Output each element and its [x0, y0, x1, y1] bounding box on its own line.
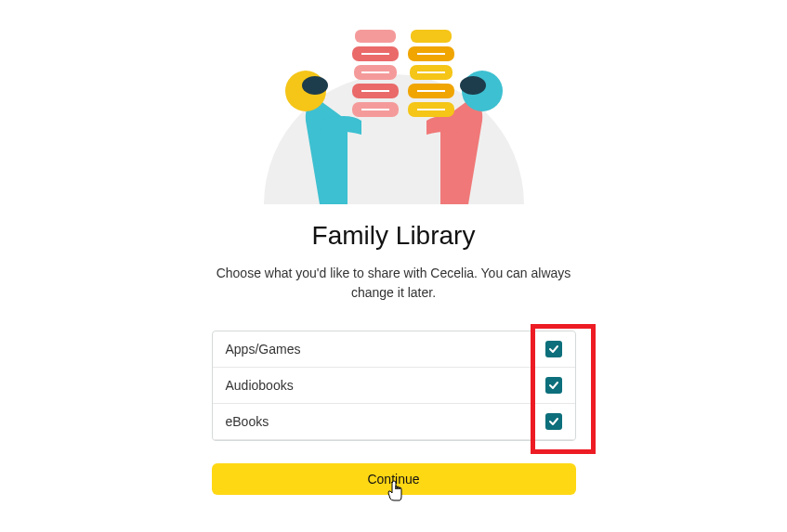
check-icon	[548, 416, 559, 427]
svg-rect-6	[355, 30, 396, 43]
svg-point-1	[302, 76, 328, 95]
option-audiobooks: Audiobooks	[213, 368, 575, 404]
check-icon	[548, 344, 559, 355]
share-options-list: Apps/Games Audiobooks eBooks	[212, 331, 576, 441]
continue-button[interactable]: Continue	[212, 463, 576, 495]
option-apps-games: Apps/Games	[213, 331, 575, 368]
hero-illustration	[208, 9, 580, 204]
continue-button-label: Continue	[367, 472, 419, 487]
checkbox-apps-games[interactable]	[545, 341, 562, 357]
page-subtitle: Choose what you'd like to share with Cec…	[199, 264, 589, 303]
option-label: eBooks	[226, 414, 269, 429]
option-label: Audiobooks	[226, 378, 294, 393]
svg-point-12	[460, 76, 486, 95]
page-title: Family Library	[312, 221, 476, 251]
option-label: Apps/Games	[226, 342, 301, 357]
check-icon	[548, 380, 559, 391]
svg-rect-17	[411, 30, 452, 43]
option-ebooks: eBooks	[213, 404, 575, 440]
checkbox-audiobooks[interactable]	[545, 377, 562, 394]
checkbox-ebooks[interactable]	[545, 413, 562, 430]
